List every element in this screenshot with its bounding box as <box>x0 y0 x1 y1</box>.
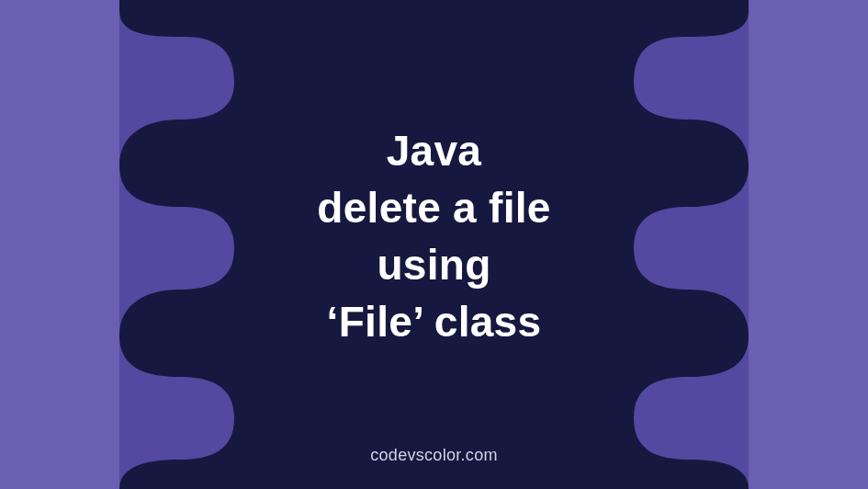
title-line-1: Java <box>387 127 482 175</box>
title-line-3: using <box>377 241 490 289</box>
hero-title: Java delete a file using ‘File’ class <box>317 122 550 350</box>
title-line-2: delete a file <box>317 184 550 232</box>
title-line-4: ‘File’ class <box>327 298 542 346</box>
hero-content: Java delete a file using ‘File’ class <box>0 0 868 489</box>
attribution-text: codevscolor.com <box>370 446 498 465</box>
